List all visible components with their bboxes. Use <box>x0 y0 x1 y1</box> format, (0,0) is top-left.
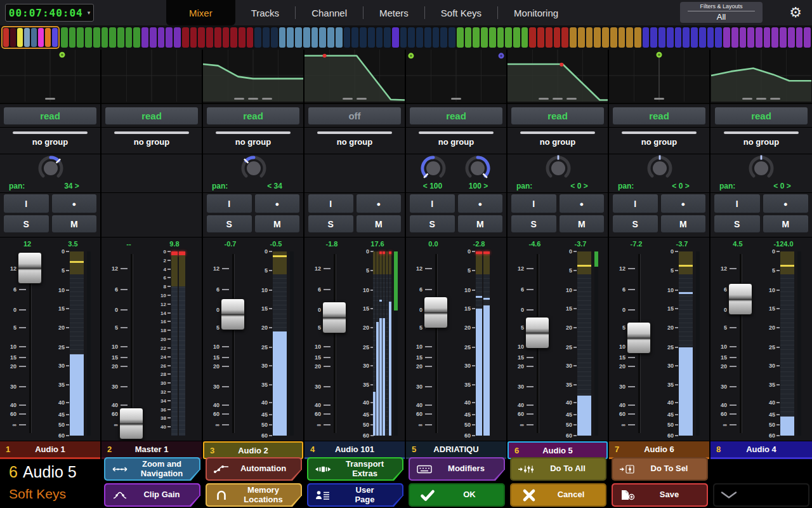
group-section[interactable]: no group <box>406 128 506 154</box>
input-monitor-button[interactable]: I <box>207 194 252 213</box>
softkey-cancel[interactable]: Cancel <box>510 483 606 507</box>
fader-track[interactable] <box>131 254 133 433</box>
tab-monitoring[interactable]: Monitoring <box>498 0 574 25</box>
automation-mode-button[interactable]: read <box>105 107 198 124</box>
group-section[interactable]: no group <box>710 128 812 154</box>
pan-knob[interactable] <box>747 154 776 183</box>
pan-knob[interactable] <box>544 154 573 183</box>
channel-name-tile[interactable]: 3Audio 2 <box>203 441 303 459</box>
channel-name-tile[interactable]: 1Audio 1 <box>0 441 100 459</box>
mute-button[interactable]: M <box>357 215 402 232</box>
group-section[interactable]: no group <box>609 128 709 154</box>
track-color-cell <box>24 28 30 47</box>
fader-track[interactable] <box>232 254 235 433</box>
track-color-cell <box>287 27 294 48</box>
filters-layouts-selector[interactable]: Filters & Layouts All <box>680 2 763 23</box>
fader-handle[interactable] <box>728 283 752 315</box>
channel-name-tile[interactable]: 4Audio 101 <box>304 441 405 459</box>
pan-knob[interactable] <box>36 154 65 183</box>
automation-mode-button[interactable]: read <box>4 107 96 124</box>
pan-knob[interactable] <box>645 154 674 183</box>
fader-handle[interactable] <box>322 302 346 333</box>
fader-handle[interactable] <box>221 298 245 330</box>
automation-mode-button[interactable]: read <box>715 107 808 124</box>
mute-button[interactable]: M <box>560 215 605 232</box>
bank-selector[interactable] <box>1 26 60 49</box>
gear-icon[interactable]: ⚙ <box>789 4 802 22</box>
tab-meters[interactable]: Meters <box>363 0 424 25</box>
mute-button[interactable]: M <box>763 215 809 232</box>
fader-handle[interactable] <box>525 317 549 349</box>
automation-mode-button[interactable]: read <box>613 107 705 124</box>
fader-handle[interactable] <box>424 297 448 328</box>
fader-handle[interactable] <box>627 322 651 354</box>
automation-mode-button[interactable]: read <box>410 107 502 124</box>
tab-tracks[interactable]: Tracks <box>235 0 295 25</box>
solo-button[interactable]: S <box>207 215 252 232</box>
automation-mode-button[interactable]: off <box>308 107 401 124</box>
mute-button[interactable]: M <box>255 215 300 232</box>
mute-button[interactable]: M <box>52 215 97 232</box>
group-section[interactable]: no group <box>203 128 303 154</box>
softkey-automation[interactable]: Automation <box>206 457 302 481</box>
softkey-expand[interactable] <box>713 483 809 507</box>
tab-channel[interactable]: Channel <box>296 0 363 25</box>
solo-button[interactable]: S <box>410 215 455 232</box>
softkey-do-to-sel[interactable]: Do To Sel <box>612 457 708 481</box>
softkey-clip-gain[interactable]: Clip Gain <box>104 483 200 507</box>
input-monitor-button[interactable]: I <box>511 194 556 213</box>
softkey-zoom-and-navigation[interactable]: Zoom andNavigation <box>104 457 200 481</box>
tab-mixer[interactable]: Mixer <box>166 0 235 25</box>
group-section[interactable]: no group <box>304 128 405 154</box>
softkey-label: Zoom andNavigation <box>131 460 196 478</box>
fader-track[interactable] <box>740 254 742 433</box>
automation-mode-button[interactable]: read <box>207 107 299 124</box>
softkey-transport-extras[interactable]: TransportExtras <box>307 457 403 481</box>
pan-knob-right[interactable] <box>463 154 492 183</box>
tab-soft-keys[interactable]: Soft Keys <box>425 0 497 25</box>
softkey-do-to-all[interactable]: Do To All <box>510 457 606 481</box>
record-arm-button[interactable]: ● <box>255 194 300 213</box>
softkey-modifiers[interactable]: Modifiers <box>409 457 505 481</box>
input-monitor-button[interactable]: I <box>4 194 49 213</box>
input-monitor-button[interactable]: I <box>410 194 455 213</box>
solo-button[interactable]: S <box>613 215 658 232</box>
softkey-ok[interactable]: OK <box>409 483 505 507</box>
fader-track[interactable] <box>435 254 438 433</box>
record-arm-button[interactable]: ● <box>357 194 402 213</box>
selected-channel-title: Audio 5 <box>23 463 77 481</box>
track-color-overview[interactable] <box>0 25 812 50</box>
solo-button[interactable]: S <box>4 215 49 232</box>
softkey-memory-locations[interactable]: MemoryLocations <box>206 483 302 507</box>
solo-button[interactable]: S <box>511 215 556 232</box>
record-arm-button[interactable]: ● <box>763 194 809 213</box>
input-monitor-button[interactable]: I <box>714 194 760 213</box>
solo-button[interactable]: S <box>714 215 760 232</box>
mute-button[interactable]: M <box>458 215 503 232</box>
channel-name-tile[interactable]: 2Master 1 <box>102 441 202 459</box>
record-arm-button[interactable]: ● <box>52 194 97 213</box>
input-monitor-button[interactable]: I <box>613 194 658 213</box>
input-monitor-button[interactable]: I <box>308 194 353 213</box>
softkey-save[interactable]: Save <box>612 483 708 507</box>
pan-knob[interactable] <box>239 154 268 183</box>
timecode-display[interactable]: 00:07:40:04 ▾ <box>5 4 94 22</box>
record-arm-button[interactable]: ● <box>560 194 605 213</box>
channel-name-tile[interactable]: 5ADRIATIQU <box>406 441 506 459</box>
group-section[interactable]: no group <box>0 128 100 154</box>
fader-track[interactable] <box>334 254 336 433</box>
pan-knob-left[interactable] <box>419 154 448 183</box>
fader-handle[interactable] <box>18 252 42 284</box>
fader-handle[interactable] <box>119 408 143 439</box>
channel-name-tile[interactable]: 6Audio 5 <box>508 441 608 459</box>
channel-name-tile[interactable]: 8Audio 4 <box>710 441 812 459</box>
solo-button[interactable]: S <box>308 215 353 232</box>
record-arm-button[interactable]: ● <box>458 194 503 213</box>
channel-name-tile[interactable]: 7Audio 6 <box>609 441 709 459</box>
softkey-user-page[interactable]: UserPage <box>307 483 403 507</box>
record-arm-button[interactable]: ● <box>661 194 706 213</box>
automation-mode-button[interactable]: read <box>511 107 604 124</box>
mute-button[interactable]: M <box>661 215 706 232</box>
group-section[interactable]: no group <box>508 128 608 154</box>
group-section[interactable]: no group <box>102 128 202 154</box>
